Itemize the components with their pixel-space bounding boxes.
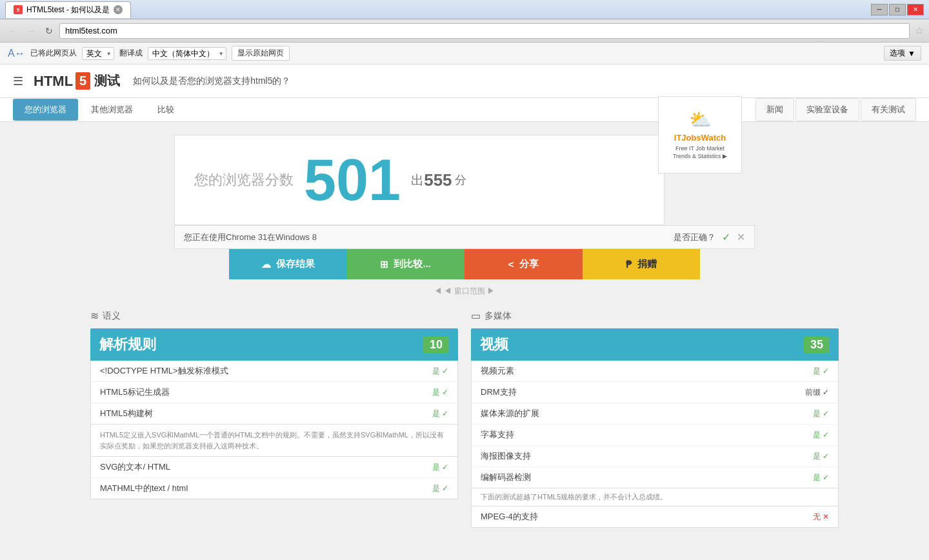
site-logo: HTML 5 测试 (34, 72, 120, 90)
parse-rules-note: HTML5定义嵌入SVG和MathML一个普通的HTML文档中的规则。不需要，虽… (90, 425, 458, 457)
parse-rules-extra-items: SVG的文本/ HTML 是 ✓ MATHML中的text / html 是 ✓ (90, 457, 458, 499)
main-content: 您的浏览器分数 501 出 555 分 ⛅ ITJobsWatch Free I… (0, 122, 929, 551)
item-label: DRM支持 (481, 386, 517, 398)
translate-options-button[interactable]: 选项 ▼ (884, 46, 921, 61)
semantics-col-icon: ≋ (90, 310, 99, 322)
score-number: 501 (304, 151, 401, 209)
correct-close-icon[interactable]: ✕ (737, 231, 745, 243)
score-section: 您的浏览器分数 501 出 555 分 ⛅ ITJobsWatch Free I… (0, 122, 929, 303)
list-item: 海报图像支持 是 ✓ (472, 446, 838, 467)
score-label: 您的浏览器分数 (194, 170, 294, 190)
scroll-hint-label: ◀ 窗口范围 ▶ (444, 286, 495, 295)
scroll-hint-icon: ◀ (434, 286, 442, 295)
share-button[interactable]: < 分享 (464, 249, 583, 279)
video-score: 35 (804, 337, 830, 353)
bookmark-icon[interactable]: ☆ (915, 25, 924, 37)
donate-icon: ₱ (626, 259, 632, 270)
item-status: 是 ✓ (432, 408, 448, 419)
item-label: HTML5构建树 (100, 408, 153, 419)
tab-other-browsers[interactable]: 其他浏览器 (79, 99, 145, 121)
site-nav: 您的浏览器 其他浏览器 比较 新闻 实验室设备 有关测试 (0, 98, 929, 122)
translate-middle: 翻译成 (119, 48, 143, 59)
save-icon: ☁ (261, 259, 271, 270)
features-area: ≋ 语义 解析规则 10 <!DOCTYPE HTML>触发标准模式 是 ✓ H… (77, 303, 852, 551)
html-text: HTML (34, 73, 73, 90)
tab-close-button[interactable]: ✕ (114, 5, 123, 14)
reload-button[interactable]: ↻ (41, 23, 57, 39)
browser-title-bar: 5 HTML5test - 如何以及是 ✕ ─ □ ✕ (0, 0, 929, 19)
list-item: SVG的文本/ HTML 是 ✓ (91, 457, 457, 478)
item-label: <!DOCTYPE HTML>触发标准模式 (100, 365, 228, 377)
tab-compare[interactable]: 比较 (146, 99, 186, 121)
list-item: HTML5标记生成器 是 ✓ (91, 382, 457, 403)
html5-badge: 5 (75, 72, 90, 90)
nav-tabs-left: 您的浏览器 其他浏览器 比较 (13, 99, 755, 121)
list-item: <!DOCTYPE HTML>触发标准模式 是 ✓ (91, 361, 457, 382)
translate-prefix: 已将此网页从 (30, 48, 77, 59)
parse-rules-title-bar: 解析规则 10 (90, 328, 458, 361)
address-bar-area: ← → ↻ ☆ (0, 19, 929, 43)
video-extra-note: 下面的测试超越了HTML5规格的要求，并不会计入总成绩。 (471, 488, 839, 506)
item-label: 编解码器检测 (481, 472, 531, 483)
translate-bar: A↔ 已将此网页从 英文 翻译成 中文（简体中文） 显示原始网页 选项 ▼ (0, 43, 929, 65)
browser-tab[interactable]: 5 HTML5test - 如何以及是 ✕ (5, 1, 131, 18)
item-status: 前缀 ✓ (805, 387, 829, 398)
score-card: 您的浏览器分数 501 出 555 分 (174, 135, 664, 225)
save-results-button[interactable]: ☁ 保存结果 (229, 249, 347, 279)
from-lang-select[interactable]: 英文 (82, 47, 114, 60)
tab-your-browser[interactable]: 您的浏览器 (13, 99, 78, 121)
item-status: 是 ✓ (813, 366, 829, 377)
item-status: 是 ✓ (432, 387, 448, 398)
minimize-button[interactable]: ─ (871, 4, 888, 15)
site-tagline: 如何以及是否您的浏览器支持html5的？ (133, 75, 290, 87)
share-icon: < (508, 259, 514, 270)
forward-button[interactable]: → (23, 23, 39, 39)
item-status: 无 ✕ (813, 512, 829, 523)
item-label: SVG的文本/ HTML (100, 461, 170, 473)
score-suffix: 分 (455, 172, 466, 188)
item-status: 是 ✓ (813, 408, 829, 419)
list-item: HTML5构建树 是 ✓ (91, 403, 457, 424)
test-label: 测试 (94, 72, 120, 90)
hamburger-menu-icon[interactable]: ☰ (13, 74, 23, 88)
item-status: 是 ✓ (432, 483, 448, 494)
item-status: 是 ✓ (432, 366, 448, 377)
parse-rules-score: 10 (423, 337, 449, 353)
item-label: HTML5标记生成器 (100, 386, 170, 398)
multimedia-col-icon: ▭ (471, 310, 481, 322)
item-label: MPEG-4的支持 (481, 511, 538, 523)
parse-rules-title: 解析规则 (99, 335, 156, 354)
address-input[interactable] (59, 23, 910, 39)
video-items: 视频元素 是 ✓ DRM支持 前缀 ✓ 媒体来源的扩展 是 ✓ 字幕支持 是 ✓ (471, 361, 839, 488)
options-chevron-icon: ▼ (908, 49, 915, 58)
window-controls: ─ □ ✕ (871, 4, 924, 15)
from-lang-select-wrap: 英文 (82, 47, 114, 60)
correct-check-icon[interactable]: ✓ (722, 231, 730, 243)
video-title: 视频 (480, 335, 508, 354)
tab-favicon: 5 (14, 5, 23, 14)
to-lang-select[interactable]: 中文（简体中文） (148, 47, 226, 60)
score-out-text: 出 (411, 172, 424, 189)
tab-about-test[interactable]: 有关测试 (861, 98, 916, 121)
action-bar: ☁ 保存结果 ⊞ 到比较... < 分享 ₱ 捐赠 (229, 249, 700, 279)
item-status: 是 ✓ (813, 472, 829, 483)
compare-button[interactable]: ⊞ 到比较... (347, 249, 465, 279)
back-button[interactable]: ← (5, 23, 21, 39)
parse-rules-items: <!DOCTYPE HTML>触发标准模式 是 ✓ HTML5标记生成器 是 ✓… (90, 361, 458, 425)
donate-button[interactable]: ₱ 捐赠 (583, 249, 701, 279)
list-item: MPEG-4的支持 无 ✕ (472, 506, 838, 527)
save-label: 保存结果 (276, 258, 315, 270)
video-title-bar: 视频 35 (471, 328, 839, 361)
tab-lab-devices[interactable]: 实验室设备 (795, 98, 859, 121)
compare-icon: ⊞ (380, 259, 388, 270)
ad-title: ITJobsWatch (674, 133, 726, 143)
item-status: 是 ✓ (432, 462, 448, 473)
show-original-button[interactable]: 显示原始网页 (232, 46, 290, 61)
item-label: 媒体来源的扩展 (481, 408, 539, 419)
item-label: 视频元素 (481, 365, 514, 377)
tab-news[interactable]: 新闻 (755, 98, 794, 121)
maximize-button[interactable]: □ (889, 4, 906, 15)
scroll-hint: ◀ ◀ 窗口范围 ▶ (13, 279, 916, 303)
correct-label: 是否正确？ (674, 232, 715, 243)
close-button[interactable]: ✕ (907, 4, 924, 15)
